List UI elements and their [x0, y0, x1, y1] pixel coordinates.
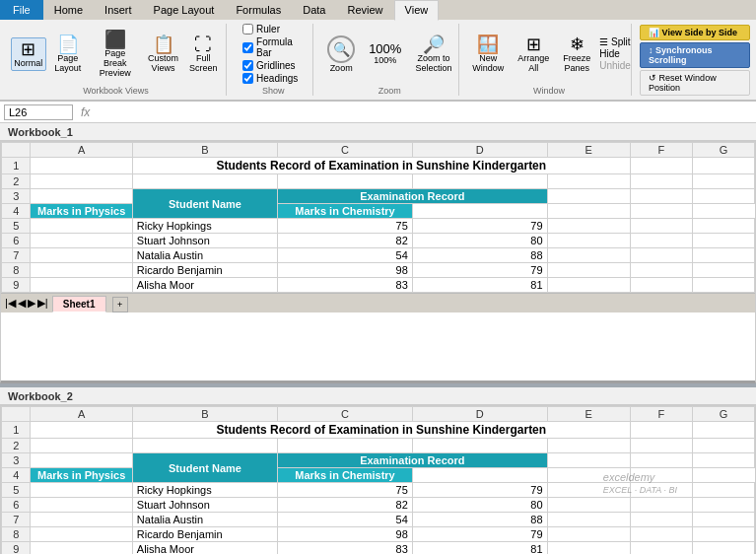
- cell-g1[interactable]: [692, 158, 754, 174]
- w2-col-header-g[interactable]: G: [692, 407, 754, 422]
- col-header-b[interactable]: B: [132, 143, 277, 158]
- cell-f6[interactable]: [630, 234, 692, 248]
- w2-cell-f9[interactable]: [630, 542, 692, 555]
- cell-c9[interactable]: 83: [278, 278, 413, 293]
- w2-cell-g1[interactable]: [692, 422, 754, 439]
- w2-cell-g9[interactable]: [692, 542, 754, 555]
- reset-window-btn[interactable]: ↺ Reset Window Position: [640, 70, 750, 96]
- cell-d7[interactable]: 88: [412, 248, 547, 263]
- w2-cell-d4[interactable]: Marks in Chemistry: [278, 468, 413, 483]
- tab-prev-btn[interactable]: ◀: [18, 297, 26, 310]
- cell-d4[interactable]: Marks in Chemistry: [278, 204, 413, 219]
- w2-cell-c2[interactable]: [278, 439, 413, 453]
- cell-d2[interactable]: [412, 174, 547, 189]
- cell-e2[interactable]: [547, 174, 630, 189]
- cell-a6[interactable]: [31, 234, 132, 248]
- w2-cell-c8[interactable]: 98: [278, 527, 413, 542]
- freeze-panes-btn[interactable]: ❄ FreezePanes: [558, 33, 595, 76]
- w2-cell-a6[interactable]: [31, 498, 132, 513]
- w2-cell-a5[interactable]: [31, 483, 132, 498]
- insert-sheet-btn[interactable]: +: [112, 297, 128, 312]
- synchronous-scrolling-btn[interactable]: ↕ Synchronous Scrolling: [640, 42, 750, 68]
- cell-e4[interactable]: [412, 204, 547, 219]
- w2-cell-b9[interactable]: Alisha Moor: [132, 542, 277, 555]
- w2-cell-g6[interactable]: [692, 498, 754, 513]
- cell-b9[interactable]: Alisha Moor: [132, 278, 277, 293]
- cell-a8[interactable]: [31, 263, 132, 278]
- w2-cell-c4[interactable]: Marks in Physics: [31, 468, 132, 483]
- cell-c2[interactable]: [278, 174, 413, 189]
- view-side-by-side-btn[interactable]: 📊 View Side by Side: [640, 25, 750, 40]
- tab-review[interactable]: Review: [336, 0, 393, 20]
- cell-b8[interactable]: Ricardo Benjamin: [132, 263, 277, 278]
- w2-cell-g8[interactable]: [692, 527, 754, 542]
- w2-cell-e8[interactable]: [547, 527, 630, 542]
- tab-last-btn[interactable]: ▶|: [37, 297, 48, 310]
- formula-input[interactable]: [98, 106, 752, 118]
- w2-cell-e2[interactable]: [547, 439, 630, 453]
- w2-cell-c3[interactable]: Examination Record: [278, 453, 548, 468]
- w2-col-header-b[interactable]: B: [132, 407, 277, 422]
- cell-a7[interactable]: [31, 248, 132, 263]
- w2-cell-c5[interactable]: 75: [278, 483, 413, 498]
- tab-insert[interactable]: Insert: [94, 0, 143, 20]
- w2-cell-a1[interactable]: [31, 422, 132, 439]
- ruler-checkbox[interactable]: Ruler: [242, 24, 305, 35]
- normal-btn[interactable]: ⊞ Normal: [11, 37, 46, 71]
- col-header-f[interactable]: F: [630, 143, 692, 158]
- cell-e8[interactable]: [547, 263, 630, 278]
- page-break-btn[interactable]: ⬛ Page BreakPreview: [90, 28, 141, 81]
- cell-d6[interactable]: 80: [412, 234, 547, 248]
- formula-bar-checkbox[interactable]: Formula Bar: [242, 36, 305, 58]
- w2-cell-d7[interactable]: 88: [412, 513, 547, 527]
- cell-a9[interactable]: [31, 278, 132, 293]
- cell-c8[interactable]: 98: [278, 263, 413, 278]
- w2-cell-a8[interactable]: [31, 527, 132, 542]
- cell-g6[interactable]: [692, 234, 754, 248]
- cell-e6[interactable]: [547, 234, 630, 248]
- cell-d8[interactable]: 79: [412, 263, 547, 278]
- tab-home[interactable]: Home: [43, 0, 94, 20]
- cell-c7[interactable]: 54: [278, 248, 413, 263]
- w2-cell-g2[interactable]: [692, 439, 754, 453]
- cell-f1[interactable]: [630, 158, 692, 174]
- cell-c3[interactable]: Examination Record: [278, 189, 548, 204]
- cell-c5[interactable]: 75: [278, 219, 413, 234]
- w2-cell-e4[interactable]: [412, 468, 547, 483]
- tab-first-btn[interactable]: |◀: [5, 297, 16, 310]
- hide-btn[interactable]: Hide: [599, 48, 631, 59]
- w2-cell-b7[interactable]: Natalia Austin: [132, 513, 277, 527]
- w2-cell-b1[interactable]: Students Record of Examination in Sunshi…: [132, 422, 630, 439]
- cell-g5[interactable]: [692, 219, 754, 234]
- cell-g7[interactable]: [692, 248, 754, 263]
- col-header-c[interactable]: C: [278, 143, 413, 158]
- cell-f8[interactable]: [630, 263, 692, 278]
- w2-cell-c6[interactable]: 82: [278, 498, 413, 513]
- w2-cell-e7[interactable]: [547, 513, 630, 527]
- w2-cell-a2[interactable]: [31, 439, 132, 453]
- split-btn[interactable]: ☰ Split: [599, 36, 631, 47]
- cell-d5[interactable]: 79: [412, 219, 547, 234]
- tab-file[interactable]: File: [0, 0, 43, 20]
- custom-views-btn[interactable]: 📋 CustomViews: [145, 33, 182, 76]
- tab-page-layout[interactable]: Page Layout: [143, 0, 226, 20]
- cell-e7[interactable]: [547, 248, 630, 263]
- tab-formulas[interactable]: Formulas: [225, 0, 292, 20]
- w2-cell-b2[interactable]: [132, 439, 277, 453]
- col-header-a[interactable]: A: [31, 143, 132, 158]
- w2-cell-f8[interactable]: [630, 527, 692, 542]
- cell-f7[interactable]: [630, 248, 692, 263]
- w2-col-header-d[interactable]: D: [412, 407, 547, 422]
- w2-cell-f7[interactable]: [630, 513, 692, 527]
- w2-col-header-e[interactable]: E: [547, 407, 630, 422]
- w2-cell-g3[interactable]: [692, 453, 754, 468]
- col-header-e[interactable]: E: [547, 143, 630, 158]
- cell-b6[interactable]: Stuart Johnson: [132, 234, 277, 248]
- w2-cell-d6[interactable]: 80: [412, 498, 547, 513]
- col-header-d[interactable]: D: [412, 143, 547, 158]
- w2-cell-d9[interactable]: 81: [412, 542, 547, 555]
- w2-col-header-a[interactable]: A: [31, 407, 132, 422]
- cell-c4[interactable]: Marks in Physics: [31, 204, 132, 219]
- w2-cell-a3[interactable]: [31, 453, 132, 468]
- page-layout-btn[interactable]: 📄 PageLayout: [50, 33, 86, 76]
